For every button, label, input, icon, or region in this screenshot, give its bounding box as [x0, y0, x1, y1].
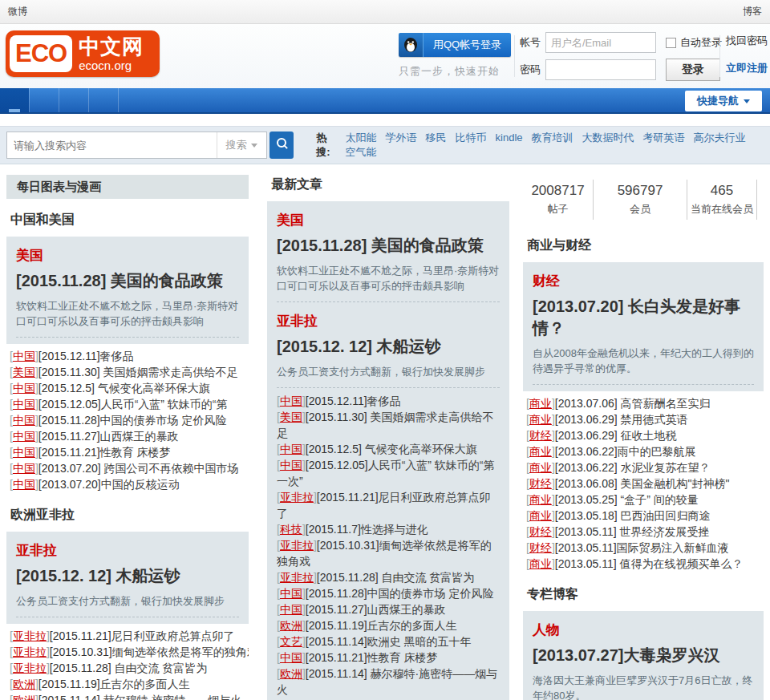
- hot-search-link[interactable]: 学外语: [386, 132, 417, 144]
- category-tag[interactable]: 商业: [529, 413, 552, 426]
- category-tag[interactable]: 亚非拉: [13, 645, 47, 658]
- article-title[interactable]: 世界经济发展受挫: [617, 525, 710, 538]
- featured-title[interactable]: [2015.11.28] 美国的食品政策: [16, 270, 239, 292]
- nav-item[interactable]: [59, 88, 88, 112]
- weibo-link[interactable]: 微博: [8, 5, 27, 18]
- featured-category[interactable]: 亚非拉: [277, 312, 500, 330]
- article-list-item[interactable]: [财经][2013.05.11] 世界经济发展受挫: [526, 524, 764, 540]
- hot-search-link[interactable]: 高尔夫行业: [694, 132, 746, 144]
- article-list-item[interactable]: [商业][2013.06.22]雨中的巴黎航展: [526, 443, 764, 459]
- article-title[interactable]: 雨中的巴黎航展: [618, 445, 696, 458]
- category-tag[interactable]: 欧洲: [280, 619, 302, 632]
- article-title[interactable]: 性教育 床楼梦: [367, 651, 438, 664]
- article-list-item[interactable]: [亚非拉][2015.10.31]缅甸选举依然是将军的独角戏: [10, 644, 249, 660]
- featured-category[interactable]: 美国: [16, 246, 239, 265]
- category-tag[interactable]: 中国: [280, 395, 302, 407]
- featured-category[interactable]: 美国: [277, 211, 500, 229]
- account-input[interactable]: [545, 32, 656, 53]
- site-logo[interactable]: ECO 中文网 ecocn.org: [6, 30, 160, 77]
- article-title[interactable]: 中国的反核运动: [101, 478, 180, 491]
- article-list-item[interactable]: [欧洲][2015.11.19]丘吉尔的多面人生: [277, 617, 500, 633]
- article-list-item[interactable]: [中国][2015.12.05]人民币“入蓝” 软妹币的“第: [10, 396, 249, 412]
- article-title[interactable]: 中国的债券市场 定价风险: [367, 587, 494, 600]
- featured-category[interactable]: 亚非拉: [16, 541, 239, 560]
- article-list-item[interactable]: [财经][2013.06.08] 美国金融机构"封神榜": [526, 475, 764, 492]
- article-list-item[interactable]: [中国][2015.12.5] 气候变化高举环保大旗: [10, 380, 249, 396]
- category-tag[interactable]: 文艺: [280, 635, 302, 648]
- article-title[interactable]: 尼日利亚政府总算点卯了: [111, 629, 235, 642]
- article-title[interactable]: 禁用德式英语: [618, 413, 688, 426]
- article-list-item[interactable]: [文艺][2015.11.14]欧洲史 黑暗的五十年: [277, 633, 500, 649]
- hot-search-link[interactable]: 空气能: [346, 146, 377, 158]
- featured-category[interactable]: 人物: [533, 621, 754, 639]
- category-tag[interactable]: 中国: [13, 462, 35, 475]
- category-tag[interactable]: 中国: [13, 446, 35, 459]
- hot-search-link[interactable]: 考研英语: [643, 132, 685, 144]
- article-title[interactable]: 欧洲史 黑暗的五十年: [367, 635, 472, 648]
- category-tag[interactable]: 中国: [13, 398, 35, 411]
- category-tag[interactable]: 财经: [529, 429, 552, 442]
- article-title[interactable]: 奢侈品: [367, 395, 401, 407]
- article-title[interactable]: 中国的债券市场 定价风险: [100, 414, 227, 427]
- blog-link[interactable]: 博客: [743, 5, 762, 18]
- article-list-item[interactable]: [商业][2013.05.18] 巴西油田回归商途: [526, 508, 764, 524]
- article-list-item[interactable]: [中国][2015.11.28]中国的债券市场 定价风险: [277, 585, 500, 601]
- article-title[interactable]: 美国金融机构"封神榜": [618, 477, 730, 490]
- article-list-item[interactable]: [财经][2013.05.11]国际贸易注入新鲜血液: [526, 540, 764, 556]
- article-title[interactable]: 性教育 床楼梦: [100, 446, 171, 459]
- featured-title[interactable]: [2013.07.27]大毒枭罗兴汉: [533, 645, 754, 666]
- search-type-dropdown[interactable]: 搜索: [217, 132, 266, 158]
- article-list-item[interactable]: [亚非拉][2015.11.21]尼日利亚政府总算点卯了: [277, 489, 500, 521]
- article-list-item[interactable]: [商业][2013.05.25] “盒子” 间的较量: [526, 492, 764, 508]
- article-list-item[interactable]: [中国][2015.12.11]奢侈品: [10, 348, 249, 364]
- article-title[interactable]: 征收土地税: [618, 429, 677, 442]
- article-title[interactable]: 人民币“入蓝” 软妹币的“第: [101, 398, 228, 411]
- article-list-item[interactable]: [财经][2013.06.29] 征收土地税: [526, 427, 764, 443]
- category-tag[interactable]: 中国: [280, 651, 302, 664]
- quick-nav-button[interactable]: 快捷导航: [685, 91, 762, 111]
- nav-item[interactable]: [88, 88, 118, 112]
- article-title[interactable]: “盒子” 间的较量: [618, 493, 699, 506]
- article-list-item[interactable]: [亚非拉][2015.11.28] 自由交流 贫富皆为: [277, 569, 500, 585]
- featured-title[interactable]: [2015.12. 12] 木船运钞: [277, 336, 500, 358]
- article-title[interactable]: 值得为在线视频买单么？: [617, 557, 744, 570]
- nav-item[interactable]: [29, 88, 59, 112]
- article-title[interactable]: 国际贸易注入新鲜血液: [617, 541, 729, 554]
- article-title[interactable]: 丘吉尔的多面人生: [100, 678, 190, 690]
- hot-search-link[interactable]: kindle: [496, 132, 523, 144]
- category-tag[interactable]: 中国: [13, 350, 35, 362]
- qq-login-button[interactable]: 用QQ帐号登录: [399, 33, 511, 57]
- article-title[interactable]: 气候变化高举环保大旗: [362, 443, 477, 455]
- hot-search-link[interactable]: 移民: [426, 132, 447, 144]
- article-title[interactable]: 巴西油田回归商途: [618, 509, 711, 522]
- article-list-item[interactable]: [中国][2015.12.11]奢侈品: [277, 393, 500, 409]
- category-tag[interactable]: 中国: [13, 430, 35, 443]
- article-list-item[interactable]: [中国][2013.07.20]中国的反核运动: [10, 476, 249, 492]
- featured-category[interactable]: 财经: [533, 272, 754, 290]
- category-tag[interactable]: 欧洲: [13, 678, 35, 690]
- article-title[interactable]: 气候变化高举环保大旗: [95, 382, 210, 395]
- category-tag[interactable]: 中国: [280, 443, 302, 455]
- auto-login-toggle[interactable]: 自动登录: [666, 35, 722, 50]
- article-list-item[interactable]: [商业][2013.06.22] 水泥业复苏在望？: [526, 459, 764, 475]
- category-tag[interactable]: 中国: [13, 382, 35, 395]
- article-list-item[interactable]: [中国][2015.11.21]性教育 床楼梦: [10, 444, 249, 460]
- category-tag[interactable]: 亚非拉: [280, 571, 314, 584]
- article-title[interactable]: 高管薪酬名至实归: [618, 397, 711, 410]
- article-title[interactable]: 山西煤王的暴政: [367, 603, 446, 616]
- article-list-item[interactable]: [商业][2013.05.11] 值得为在线视频买单么？: [526, 556, 764, 572]
- search-button[interactable]: [270, 132, 294, 159]
- hot-search-link[interactable]: 太阳能: [346, 132, 377, 144]
- find-password-link[interactable]: 找回密码: [726, 34, 768, 48]
- article-list-item[interactable]: [欧洲][2015.11.14] 赫尔穆特·施密特——烟与火: [10, 692, 249, 700]
- article-title[interactable]: 赫尔穆特·施密特——烟与火: [100, 694, 242, 700]
- password-input[interactable]: [545, 59, 656, 80]
- auto-login-checkbox[interactable]: [666, 38, 676, 48]
- article-title[interactable]: 美国婚姻需求走高供给不足: [100, 366, 238, 378]
- article-list-item[interactable]: [欧洲][2015.11.14] 赫尔穆特·施密特——烟与火: [277, 666, 500, 698]
- search-input[interactable]: [7, 132, 217, 158]
- article-list-item[interactable]: [欧洲][2015.11.19]丘吉尔的多面人生: [10, 676, 249, 692]
- hot-search-link[interactable]: 教育培训: [532, 132, 573, 144]
- featured-title[interactable]: [2015.12. 12] 木船运钞: [16, 565, 239, 587]
- article-list-item[interactable]: [中国][2015.12.5] 气候变化高举环保大旗: [277, 441, 500, 457]
